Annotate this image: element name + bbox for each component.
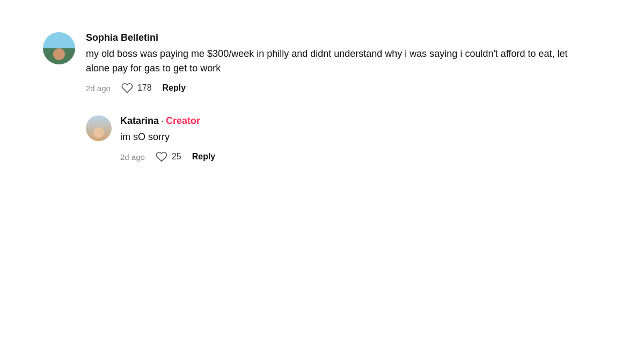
like-count: 178: [137, 83, 152, 93]
creator-badge: Creator: [166, 115, 200, 126]
comment-content: Katarina·Creator im sO sorry 2d ago 25 R…: [120, 115, 601, 163]
comment-timestamp: 2d ago: [120, 152, 145, 162]
reply-button[interactable]: Reply: [163, 83, 186, 93]
heart-icon: [121, 82, 133, 94]
comment-content: Sophia Belletini my old boss was paying …: [86, 32, 601, 94]
comment-item: Sophia Belletini my old boss was paying …: [43, 32, 601, 94]
comment-timestamp: 2d ago: [86, 84, 111, 93]
username-text: Katarina: [120, 115, 159, 126]
like-button[interactable]: 178: [121, 82, 152, 94]
comment-text: im sO sorry: [120, 130, 601, 144]
like-button[interactable]: 25: [156, 151, 181, 163]
comment-username: Sophia Belletini: [86, 32, 601, 43]
dot-separator: ·: [161, 115, 164, 126]
reply-button[interactable]: Reply: [192, 152, 216, 162]
like-count: 25: [172, 152, 181, 162]
avatar: [43, 32, 75, 64]
avatar: [86, 115, 112, 141]
comment-actions: 2d ago 25 Reply: [120, 151, 601, 163]
comment-actions: 2d ago 178 Reply: [86, 82, 601, 94]
reply-comment-item: Katarina·Creator im sO sorry 2d ago 25 R…: [86, 115, 601, 163]
username-text: Sophia Belletini: [86, 32, 158, 43]
heart-icon: [156, 151, 167, 163]
comments-container: Sophia Belletini my old boss was paying …: [43, 32, 601, 163]
comment-username: Katarina·Creator: [120, 115, 601, 127]
comment-text: my old boss was paying me $300/week in p…: [86, 47, 569, 76]
